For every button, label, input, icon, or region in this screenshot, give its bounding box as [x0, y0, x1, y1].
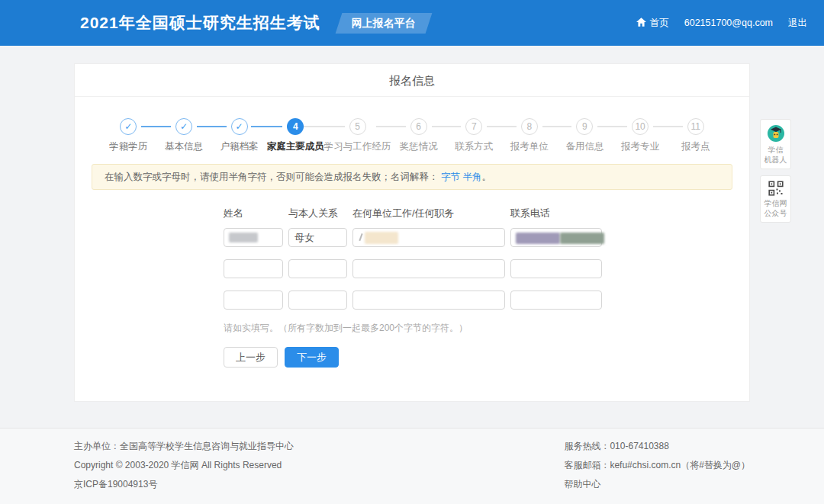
step-backup-info[interactable]: 9 备用信息	[557, 118, 613, 153]
member1-relation-input[interactable]	[288, 228, 347, 247]
step-contact[interactable]: 7 联系方式	[446, 118, 502, 153]
member2-phone-input[interactable]	[510, 259, 602, 278]
member2-relation-input[interactable]	[288, 259, 347, 278]
robot-mascot-icon	[761, 124, 790, 143]
member2-name-input[interactable]	[224, 259, 283, 278]
member3-work-input[interactable]	[352, 291, 505, 310]
member1-phone-input[interactable]	[510, 228, 602, 247]
step-number: 11	[687, 118, 704, 135]
col-work-unit: 在何单位工作/任何职务	[352, 207, 505, 220]
col-name: 姓名	[224, 207, 283, 220]
platform-badge: 网上报名平台	[335, 13, 432, 34]
step-number: 9	[576, 118, 593, 135]
top-header: 2021年全国硕士研究生招生考试 网上报名平台 首页 602151700@qq.…	[0, 0, 824, 46]
member-row-3	[224, 291, 749, 310]
qr-code-icon	[761, 181, 790, 196]
col-relation: 与本人关系	[288, 207, 347, 220]
fill-truthfully-note: 请如实填写。（所有字数加到一起最多200个字节的字符。）	[224, 322, 749, 335]
site-title: 2021年全国硕士研究生招生考试	[80, 12, 320, 34]
link-halfwidth[interactable]: 半角	[462, 172, 481, 182]
chsi-qrcode-widget[interactable]: 学信网 公众号	[760, 175, 791, 223]
member1-work-input[interactable]	[352, 228, 505, 247]
check-icon: ✓	[120, 118, 137, 135]
footer-help-center-link[interactable]: 帮助中心	[564, 475, 750, 494]
footer-left: 主办单位：全国高等学校学生信息咨询与就业指导中心 Copyright © 200…	[74, 437, 294, 494]
footer-service-email: 客服邮箱：kefu#chsi.com.cn（将#替换为@）	[564, 456, 750, 475]
step-family-members[interactable]: 4 家庭主要成员	[267, 118, 324, 153]
footer-icp: 京ICP备19004913号	[74, 475, 294, 494]
step-wizard: ✓ 学籍学历 ✓ 基本信息 ✓ 户籍档案 4 家庭主要成员 5 学习与工作经历 …	[75, 97, 749, 153]
step-target-unit[interactable]: 8 报考单位	[502, 118, 558, 153]
member3-relation-input[interactable]	[288, 291, 347, 310]
next-step-button[interactable]: 下一步	[285, 347, 339, 368]
page-footer: 主办单位：全国高等学校学生信息咨询与就业指导中心 Copyright © 200…	[0, 428, 824, 504]
form-column-headers: 姓名 与本人关系 在何单位工作/任何职务 联系电话	[224, 207, 749, 220]
footer-copyright: Copyright © 2003-2020 学信网 All Rights Res…	[74, 456, 294, 475]
step-number: 8	[521, 118, 538, 135]
float-sidebar: 学信 机器人	[760, 119, 791, 229]
member1-name-input[interactable]	[224, 228, 283, 247]
step-number: 10	[632, 118, 649, 135]
footer-right: 服务热线：010-67410388 客服邮箱：kefu#chsi.com.cn（…	[564, 437, 750, 494]
footer-organizer: 主办单位：全国高等学校学生信息咨询与就业指导中心	[74, 437, 294, 456]
family-members-form: 姓名 与本人关系 在何单位工作/任何职务 联系电话	[224, 207, 749, 310]
header-nav: 首页 602151700@qq.com 退出	[636, 17, 807, 30]
user-email[interactable]: 602151700@qq.com	[684, 18, 773, 28]
registration-card: 报名信息 ✓ 学籍学历 ✓ 基本信息 ✓ 户籍档案 4 家庭主要成员 5 学习与…	[74, 63, 750, 402]
step-number: 5	[349, 118, 366, 135]
previous-step-button[interactable]: 上一步	[224, 347, 278, 368]
step-number: 4	[287, 118, 304, 135]
card-title: 报名信息	[75, 64, 749, 97]
step-basic-info[interactable]: ✓ 基本信息	[156, 118, 212, 153]
col-phone: 联系电话	[510, 207, 602, 220]
halfwidth-notice: 在输入数字或字母时，请使用半角字符，否则可能会造成报名失败；名词解释： 字节 半…	[92, 164, 732, 190]
step-xueji-xueli[interactable]: ✓ 学籍学历	[101, 118, 156, 153]
link-byte[interactable]: 字节	[441, 172, 460, 182]
member3-name-input[interactable]	[224, 291, 283, 310]
step-exam-site[interactable]: 11 报考点	[668, 118, 723, 153]
member-row-2	[224, 259, 749, 278]
step-huji-dangan[interactable]: ✓ 户籍档案	[211, 118, 267, 153]
check-icon: ✓	[175, 118, 192, 135]
page: 2021年全国硕士研究生招生考试 网上报名平台 首页 602151700@qq.…	[0, 0, 824, 504]
member2-work-input[interactable]	[352, 259, 505, 278]
wizard-actions: 上一步 下一步	[224, 347, 749, 368]
logout-link[interactable]: 退出	[788, 17, 807, 30]
platform-badge-label: 网上报名平台	[352, 17, 416, 30]
nav-home[interactable]: 首页	[636, 17, 669, 30]
nav-home-label: 首页	[650, 17, 669, 30]
step-rewards[interactable]: 6 奖惩情况	[391, 118, 446, 153]
step-number: 7	[465, 118, 482, 135]
chsi-robot-widget[interactable]: 学信 机器人	[760, 119, 791, 169]
step-number: 6	[410, 118, 427, 135]
check-icon: ✓	[231, 118, 248, 135]
step-study-work[interactable]: 5 学习与工作经历	[324, 118, 391, 153]
footer-hotline: 服务热线：010-67410388	[564, 437, 750, 456]
step-target-major[interactable]: 10 报考专业	[613, 118, 668, 153]
home-icon	[636, 18, 646, 29]
member-row-1	[224, 228, 749, 247]
member3-phone-input[interactable]	[510, 291, 602, 310]
